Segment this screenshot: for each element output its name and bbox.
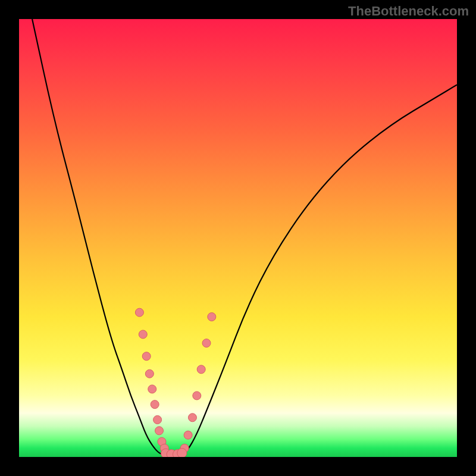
data-marker	[135, 308, 143, 317]
data-marker	[188, 414, 196, 422]
data-marker	[193, 392, 201, 400]
chart-background	[19, 19, 457, 457]
left-descending-curve	[32, 19, 164, 455]
data-marker	[184, 431, 192, 439]
watermark-text: TheBottleneck.com	[348, 4, 469, 19]
data-marker	[208, 312, 216, 321]
data-marker	[154, 415, 162, 424]
data-marker	[155, 427, 164, 435]
markers-valley-floor-group	[161, 448, 187, 457]
data-marker	[145, 369, 154, 378]
data-marker	[139, 330, 147, 339]
right-ascending-curve	[181, 84, 457, 455]
data-marker	[197, 365, 205, 374]
data-marker	[142, 352, 151, 361]
markers-left-group	[135, 308, 168, 452]
chart-svg	[19, 19, 457, 457]
data-marker	[202, 339, 211, 347]
data-marker	[148, 385, 156, 393]
data-marker	[151, 400, 159, 409]
data-marker	[177, 448, 187, 457]
